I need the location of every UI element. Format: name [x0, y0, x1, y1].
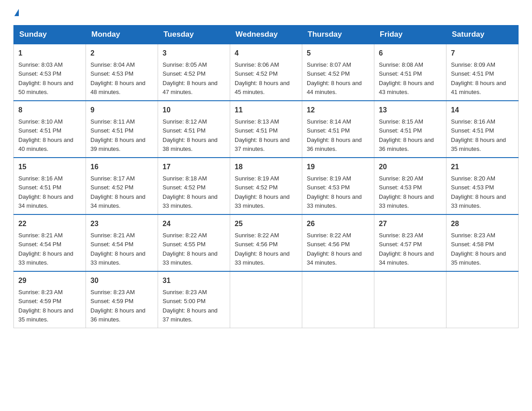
calendar-header-monday: Monday — [86, 26, 158, 44]
day-number: 26 — [307, 218, 369, 229]
calendar-cell: 11Sunrise: 8:13 AMSunset: 4:51 PMDayligh… — [230, 101, 302, 158]
calendar-cell: 10Sunrise: 8:12 AMSunset: 4:51 PMDayligh… — [158, 101, 230, 158]
calendar-cell: 31Sunrise: 8:23 AMSunset: 5:00 PMDayligh… — [158, 271, 230, 328]
day-info: Sunrise: 8:19 AMSunset: 4:53 PMDaylight:… — [307, 175, 362, 209]
day-info: Sunrise: 8:23 AMSunset: 4:58 PMDaylight:… — [451, 232, 506, 266]
day-info: Sunrise: 8:16 AMSunset: 4:51 PMDaylight:… — [451, 118, 506, 152]
calendar-cell: 4Sunrise: 8:06 AMSunset: 4:52 PMDaylight… — [230, 44, 302, 101]
page-header — [13, 9, 519, 16]
calendar-cell: 16Sunrise: 8:17 AMSunset: 4:52 PMDayligh… — [86, 158, 158, 214]
day-number: 11 — [235, 105, 297, 116]
calendar-cell: 2Sunrise: 8:04 AMSunset: 4:53 PMDaylight… — [86, 44, 158, 101]
calendar-header-friday: Friday — [374, 26, 446, 44]
day-number: 4 — [235, 48, 297, 59]
day-number: 12 — [307, 105, 369, 116]
calendar-cell: 30Sunrise: 8:23 AMSunset: 4:59 PMDayligh… — [86, 271, 158, 328]
day-info: Sunrise: 8:21 AMSunset: 4:54 PMDaylight:… — [90, 232, 146, 266]
calendar-cell: 8Sunrise: 8:10 AMSunset: 4:51 PMDaylight… — [14, 101, 86, 158]
day-number: 19 — [307, 162, 369, 172]
day-info: Sunrise: 8:11 AMSunset: 4:51 PMDaylight:… — [90, 118, 146, 152]
day-number: 16 — [90, 162, 153, 172]
day-info: Sunrise: 8:23 AMSunset: 4:59 PMDaylight:… — [18, 289, 73, 323]
calendar-cell: 24Sunrise: 8:22 AMSunset: 4:55 PMDayligh… — [158, 214, 230, 271]
day-number: 17 — [163, 162, 225, 172]
calendar-week-5: 29Sunrise: 8:23 AMSunset: 4:59 PMDayligh… — [14, 271, 519, 328]
calendar-week-3: 15Sunrise: 8:16 AMSunset: 4:51 PMDayligh… — [14, 158, 519, 214]
calendar-week-2: 8Sunrise: 8:10 AMSunset: 4:51 PMDaylight… — [14, 101, 519, 158]
calendar-cell: 18Sunrise: 8:19 AMSunset: 4:52 PMDayligh… — [230, 158, 302, 214]
calendar-cell — [374, 271, 446, 328]
calendar-header-thursday: Thursday — [302, 26, 374, 44]
day-info: Sunrise: 8:07 AMSunset: 4:52 PMDaylight:… — [307, 61, 362, 95]
logo-triangle-icon — [14, 9, 19, 16]
day-info: Sunrise: 8:20 AMSunset: 4:53 PMDaylight:… — [379, 175, 434, 209]
day-info: Sunrise: 8:12 AMSunset: 4:51 PMDaylight:… — [163, 118, 218, 152]
day-number: 18 — [235, 162, 297, 172]
logo — [13, 9, 19, 16]
day-info: Sunrise: 8:16 AMSunset: 4:51 PMDaylight:… — [18, 175, 73, 209]
calendar-cell: 20Sunrise: 8:20 AMSunset: 4:53 PMDayligh… — [374, 158, 446, 214]
calendar-header-saturday: Saturday — [446, 26, 519, 44]
day-number: 25 — [235, 218, 297, 229]
day-number: 10 — [163, 105, 225, 116]
day-info: Sunrise: 8:19 AMSunset: 4:52 PMDaylight:… — [235, 175, 290, 209]
calendar-week-4: 22Sunrise: 8:21 AMSunset: 4:54 PMDayligh… — [14, 214, 519, 271]
day-number: 31 — [163, 275, 225, 286]
day-number: 14 — [451, 105, 514, 116]
calendar-cell: 29Sunrise: 8:23 AMSunset: 4:59 PMDayligh… — [14, 271, 86, 328]
day-number: 5 — [307, 48, 369, 59]
day-info: Sunrise: 8:22 AMSunset: 4:56 PMDaylight:… — [235, 232, 290, 266]
calendar-cell — [302, 271, 374, 328]
day-number: 7 — [451, 48, 514, 59]
day-info: Sunrise: 8:21 AMSunset: 4:54 PMDaylight:… — [18, 232, 73, 266]
day-number: 1 — [18, 48, 81, 59]
day-number: 15 — [18, 162, 81, 172]
day-info: Sunrise: 8:06 AMSunset: 4:52 PMDaylight:… — [235, 61, 290, 95]
calendar-header-wednesday: Wednesday — [230, 26, 302, 44]
day-number: 22 — [18, 218, 81, 229]
day-info: Sunrise: 8:18 AMSunset: 4:52 PMDaylight:… — [163, 175, 218, 209]
day-info: Sunrise: 8:23 AMSunset: 5:00 PMDaylight:… — [163, 289, 218, 323]
calendar-cell: 5Sunrise: 8:07 AMSunset: 4:52 PMDaylight… — [302, 44, 374, 101]
day-number: 2 — [90, 48, 153, 59]
day-info: Sunrise: 8:04 AMSunset: 4:53 PMDaylight:… — [90, 61, 146, 95]
day-number: 28 — [451, 218, 514, 229]
calendar-cell: 27Sunrise: 8:23 AMSunset: 4:57 PMDayligh… — [374, 214, 446, 271]
day-number: 29 — [18, 275, 81, 286]
day-info: Sunrise: 8:10 AMSunset: 4:51 PMDaylight:… — [18, 118, 73, 152]
calendar-cell: 9Sunrise: 8:11 AMSunset: 4:51 PMDaylight… — [86, 101, 158, 158]
day-number: 30 — [90, 275, 153, 286]
calendar-header-tuesday: Tuesday — [158, 26, 230, 44]
day-info: Sunrise: 8:23 AMSunset: 4:57 PMDaylight:… — [379, 232, 434, 266]
calendar-cell: 19Sunrise: 8:19 AMSunset: 4:53 PMDayligh… — [302, 158, 374, 214]
day-number: 27 — [379, 218, 442, 229]
calendar-week-1: 1Sunrise: 8:03 AMSunset: 4:53 PMDaylight… — [14, 44, 519, 101]
day-info: Sunrise: 8:17 AMSunset: 4:52 PMDaylight:… — [90, 175, 146, 209]
day-number: 20 — [379, 162, 442, 172]
calendar-cell: 1Sunrise: 8:03 AMSunset: 4:53 PMDaylight… — [14, 44, 86, 101]
calendar-cell: 12Sunrise: 8:14 AMSunset: 4:51 PMDayligh… — [302, 101, 374, 158]
calendar-cell: 23Sunrise: 8:21 AMSunset: 4:54 PMDayligh… — [86, 214, 158, 271]
day-number: 8 — [18, 105, 81, 116]
day-info: Sunrise: 8:09 AMSunset: 4:51 PMDaylight:… — [451, 61, 506, 95]
day-info: Sunrise: 8:22 AMSunset: 4:56 PMDaylight:… — [307, 232, 362, 266]
day-info: Sunrise: 8:15 AMSunset: 4:51 PMDaylight:… — [379, 118, 434, 152]
calendar-cell: 6Sunrise: 8:08 AMSunset: 4:51 PMDaylight… — [374, 44, 446, 101]
calendar-header-sunday: Sunday — [14, 26, 86, 44]
calendar-cell: 13Sunrise: 8:15 AMSunset: 4:51 PMDayligh… — [374, 101, 446, 158]
day-info: Sunrise: 8:14 AMSunset: 4:51 PMDaylight:… — [307, 118, 362, 152]
day-number: 24 — [163, 218, 225, 229]
day-info: Sunrise: 8:13 AMSunset: 4:51 PMDaylight:… — [235, 118, 290, 152]
calendar-cell — [230, 271, 302, 328]
day-number: 23 — [90, 218, 153, 229]
calendar-header-row: SundayMondayTuesdayWednesdayThursdayFrid… — [14, 26, 519, 44]
day-number: 6 — [379, 48, 442, 59]
calendar-cell: 22Sunrise: 8:21 AMSunset: 4:54 PMDayligh… — [14, 214, 86, 271]
day-info: Sunrise: 8:22 AMSunset: 4:55 PMDaylight:… — [163, 232, 218, 266]
calendar-cell: 3Sunrise: 8:05 AMSunset: 4:52 PMDaylight… — [158, 44, 230, 101]
calendar-cell: 28Sunrise: 8:23 AMSunset: 4:58 PMDayligh… — [446, 214, 519, 271]
calendar-cell: 21Sunrise: 8:20 AMSunset: 4:53 PMDayligh… — [446, 158, 519, 214]
calendar-cell: 17Sunrise: 8:18 AMSunset: 4:52 PMDayligh… — [158, 158, 230, 214]
calendar-cell: 26Sunrise: 8:22 AMSunset: 4:56 PMDayligh… — [302, 214, 374, 271]
day-info: Sunrise: 8:08 AMSunset: 4:51 PMDaylight:… — [379, 61, 434, 95]
